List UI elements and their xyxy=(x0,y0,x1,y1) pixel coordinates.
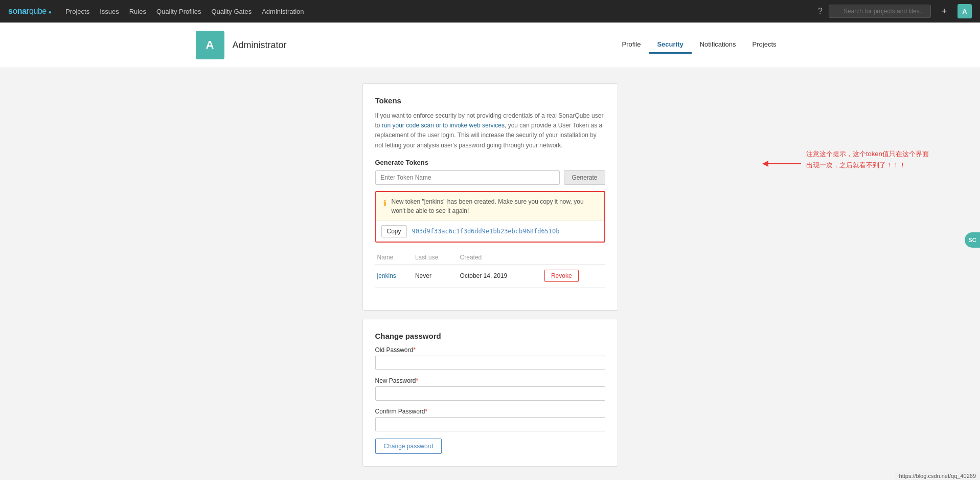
logo-qube: qube xyxy=(29,7,47,15)
tab-notifications[interactable]: Notifications xyxy=(692,36,744,54)
token-alert: ℹ New token "jenkins" has been created. … xyxy=(375,191,605,243)
right-badge-text: SC xyxy=(968,237,976,243)
logo-sonar: sonar xyxy=(8,7,29,15)
search-wrapper: 🔍 xyxy=(829,5,931,18)
generate-button[interactable]: Generate xyxy=(564,170,605,185)
copy-button[interactable]: Copy xyxy=(381,225,407,237)
col-created: Created xyxy=(458,251,542,265)
nav-administration[interactable]: Administration xyxy=(262,8,304,15)
help-icon[interactable]: ? xyxy=(818,7,823,16)
right-badge: SC xyxy=(965,232,980,248)
token-alert-message: ℹ New token "jenkins" has been created. … xyxy=(376,192,604,221)
tokens-table: Name Last use Created jenkins Never Octo… xyxy=(375,251,605,288)
change-password-title: Change password xyxy=(375,332,605,340)
nav-rules[interactable]: Rules xyxy=(129,8,146,15)
confirm-password-group: Confirm Password* xyxy=(375,408,605,431)
col-last-use: Last use xyxy=(413,251,458,265)
generate-row: Generate xyxy=(375,170,605,185)
desc-link1[interactable]: run your code scan or to invoke web serv… xyxy=(382,122,505,129)
generate-tokens-label: Generate Tokens xyxy=(375,159,605,166)
main-content: Tokens If you want to enforce security b… xyxy=(0,68,980,480)
token-value: 903d9f33ac6c1f3d6dd9e1bb23ebcb968fd6510b xyxy=(412,228,560,235)
tokens-description: If you want to enforce security by not p… xyxy=(375,111,605,150)
nav-quality-profiles[interactable]: Quality Profiles xyxy=(156,8,201,15)
plus-button[interactable]: + xyxy=(937,4,951,18)
content-wrapper: Tokens If you want to enforce security b… xyxy=(362,83,618,467)
profile-name: Administrator xyxy=(233,40,287,51)
old-password-group: Old Password* xyxy=(375,346,605,370)
row-revoke: Revoke xyxy=(542,264,605,287)
profile-header: A Administrator Profile Security Notific… xyxy=(0,23,980,68)
confirm-password-input[interactable] xyxy=(375,417,605,431)
token-value-row: Copy 903d9f33ac6c1f3d6dd9e1bb23ebcb968fd… xyxy=(376,221,604,242)
tab-security[interactable]: Security xyxy=(649,36,691,54)
revoke-button[interactable]: Revoke xyxy=(544,270,579,282)
new-password-input[interactable] xyxy=(375,386,605,401)
user-avatar-topnav[interactable]: A xyxy=(958,4,972,18)
logo: sonarqube ● xyxy=(8,7,51,16)
change-password-button[interactable]: Change password xyxy=(375,439,442,454)
profile-avatar: A xyxy=(196,31,224,59)
new-password-label: New Password* xyxy=(375,377,605,384)
col-name: Name xyxy=(375,251,413,265)
tab-profile[interactable]: Profile xyxy=(614,36,649,54)
bottom-url-text: https://blog.csdn.net/qq_40269 xyxy=(899,473,976,479)
alert-icon: ℹ xyxy=(383,198,386,210)
tab-projects[interactable]: Projects xyxy=(744,36,785,54)
top-navigation: sonarqube ● Projects Issues Rules Qualit… xyxy=(0,0,980,23)
col-actions xyxy=(542,251,605,265)
token-name-input[interactable] xyxy=(375,170,560,185)
profile-tabs: Profile Security Notifications Projects xyxy=(614,36,785,54)
tokens-card: Tokens If you want to enforce security b… xyxy=(362,83,618,311)
row-token-name: jenkins xyxy=(375,264,413,287)
nav-quality-gates[interactable]: Quality Gates xyxy=(211,8,252,15)
alert-text: New token "jenkins" has been created. Ma… xyxy=(392,197,597,215)
new-password-group: New Password* xyxy=(375,377,605,401)
table-row: jenkins Never October 14, 2019 Revoke xyxy=(375,264,605,287)
search-input[interactable] xyxy=(829,5,931,18)
logo-dot: ● xyxy=(49,9,52,15)
change-password-card: Change password Old Password* New Passwo… xyxy=(362,319,618,467)
nav-issues[interactable]: Issues xyxy=(100,8,119,15)
nav-projects[interactable]: Projects xyxy=(65,8,89,15)
topnav-right: ? 🔍 + A xyxy=(818,4,972,18)
row-last-use: Never xyxy=(413,264,458,287)
old-password-label: Old Password* xyxy=(375,346,605,354)
old-password-input[interactable] xyxy=(375,356,605,370)
row-created: October 14, 2019 xyxy=(458,264,542,287)
bottom-url-bar: https://blog.csdn.net/qq_40269 xyxy=(895,472,980,480)
confirm-password-label: Confirm Password* xyxy=(375,408,605,415)
tokens-title: Tokens xyxy=(375,96,605,105)
